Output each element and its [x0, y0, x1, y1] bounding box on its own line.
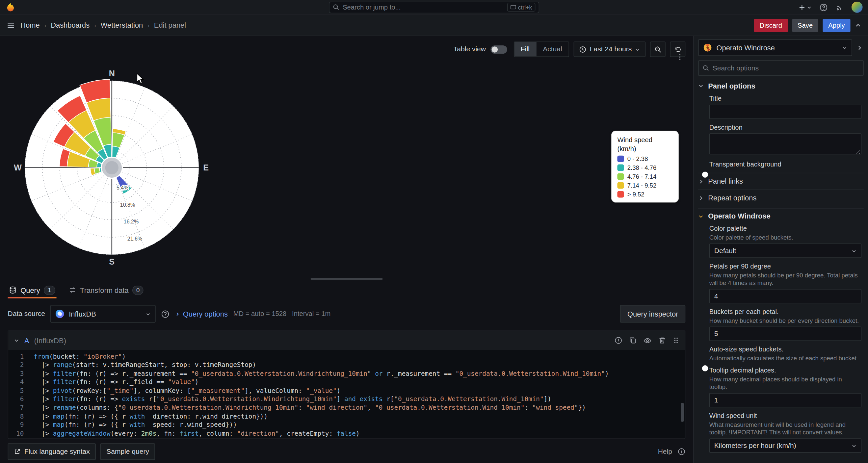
legend-label: 0 - 2.38: [627, 156, 648, 162]
line-number: 5: [8, 387, 34, 395]
flux-syntax-button[interactable]: Flux language syntax: [8, 443, 96, 460]
line-number: 10: [8, 429, 34, 438]
help-link[interactable]: Help: [658, 448, 672, 456]
edit-actions: Discard Save Apply: [754, 19, 861, 32]
legend-entry: > 9.52: [617, 191, 673, 197]
panel-options-pane: Operato Windrose Panel: [693, 36, 868, 463]
chevron-up-icon[interactable]: [855, 22, 861, 28]
drag-handle-icon[interactable]: [673, 337, 679, 344]
transform-count-badge: 0: [132, 285, 144, 295]
legend-label: > 9.52: [627, 191, 645, 197]
line-number: 9: [8, 421, 34, 429]
global-search[interactable]: ctrl+k: [329, 1, 539, 13]
breadcrumb-dashboard-name[interactable]: Wetterstation: [101, 21, 143, 29]
panel-title-input[interactable]: [709, 105, 862, 119]
collapse-pane-chevron-icon[interactable]: [856, 43, 864, 52]
new-menu-button[interactable]: [798, 4, 811, 11]
table-view-toggle[interactable]: [490, 45, 506, 53]
chevron-right-icon: [698, 195, 704, 201]
panel-description-textarea[interactable]: [709, 133, 862, 154]
code-scrollbar[interactable]: [681, 403, 684, 422]
external-link-icon: [14, 448, 21, 455]
petals-desc: How many petals should be per 90 degree.…: [709, 271, 862, 287]
visualization-picker[interactable]: Operato Windrose: [698, 39, 852, 56]
legend-label: 4.76 - 7.14: [627, 173, 656, 180]
user-avatar[interactable]: [851, 2, 863, 13]
color-palette-select[interactable]: Default: [709, 244, 862, 258]
tooltip-decimals-input[interactable]: [709, 393, 862, 407]
code-line[interactable]: 1from(bucket: "ioBroker"): [8, 352, 685, 361]
panel-toolbar: Table view Fill Actual Last 24 hours: [454, 41, 685, 57]
query-options-toggle[interactable]: Query options: [175, 310, 228, 318]
apply-button[interactable]: Apply: [823, 19, 850, 32]
section-operato-windrose[interactable]: Operato Windrose: [698, 208, 864, 223]
sample-query-button[interactable]: Sample query: [100, 443, 155, 460]
query-interval: Interval = 1m: [292, 310, 331, 318]
query-footer: Flux language syntax Sample query Help: [8, 443, 686, 463]
breadcrumb-dashboards[interactable]: Dashboards: [51, 21, 90, 29]
influxdb-logo: [56, 309, 64, 318]
buckets-input[interactable]: [709, 327, 862, 341]
petals-label: Petals per 90 degree: [709, 262, 862, 270]
hamburger-menu-icon[interactable]: [7, 21, 15, 29]
section-repeat-options[interactable]: Repeat options: [698, 189, 864, 206]
actual-option[interactable]: Actual: [536, 42, 569, 57]
duplicate-query-icon[interactable]: [629, 337, 637, 344]
transform-icon: [68, 286, 76, 294]
datasource-row: Data source InfluxDB: [8, 305, 686, 323]
tab-transform-data[interactable]: Transform data 0: [67, 282, 145, 298]
legend-swatch: [617, 156, 624, 162]
code-line[interactable]: 3 |> filter(fn: (r) => r._measurement ==…: [8, 370, 685, 378]
line-number: 8: [8, 412, 34, 421]
code-line[interactable]: 9 |> map(fn: (r) => ({ r with speed: r.w…: [8, 421, 685, 429]
color-palette-label: Color palette: [709, 225, 862, 233]
workspace: Table view Fill Actual Last 24 hours: [0, 36, 868, 463]
flux-code-editor[interactable]: 1from(bucket: "ioBroker")2 |> range(star…: [8, 350, 685, 438]
query-options-meta: MD = auto = 1528: [234, 310, 287, 318]
news-rss-icon[interactable]: [835, 3, 844, 11]
chevron-down-icon[interactable]: [14, 338, 20, 343]
help-icon[interactable]: [819, 3, 828, 11]
grafana-logo[interactable]: [6, 2, 16, 12]
code-line[interactable]: 7 |> rename(columns: {"0_userdata.0.Wett…: [8, 404, 685, 412]
search-input[interactable]: [343, 3, 504, 11]
chevron-down-icon: [851, 443, 857, 448]
chevron-down-icon: [842, 45, 847, 50]
fill-option[interactable]: Fill: [514, 42, 536, 57]
windrose-ring-label: 16.2%: [124, 219, 138, 224]
petals-input[interactable]: [709, 289, 862, 303]
query-warning-icon[interactable]: [615, 337, 622, 344]
code-line[interactable]: 2 |> range(start: v.timeRangeStart, stop…: [8, 361, 685, 370]
code-line[interactable]: 5 |> pivot(rowKey:["_time"], columnKey: …: [8, 387, 685, 395]
compass-label: E: [203, 163, 209, 172]
code-line[interactable]: 4 |> filter(fn: (r) => r._field == "valu…: [8, 378, 685, 387]
code-line[interactable]: 6 |> filter(fn: (r) => exists r["0_userd…: [8, 395, 685, 404]
info-circle-icon[interactable]: [678, 448, 686, 456]
query-inspector-button[interactable]: Query inspector: [620, 305, 685, 323]
panel-menu-kebab-icon[interactable]: [676, 54, 683, 60]
section-panel-links[interactable]: Panel links: [698, 173, 864, 189]
datasource-picker[interactable]: InfluxDB: [51, 305, 156, 323]
query-ref-id[interactable]: A: [24, 336, 29, 344]
save-button[interactable]: Save: [792, 19, 818, 32]
time-range-picker[interactable]: Last 24 hours: [574, 41, 646, 57]
options-search[interactable]: [698, 60, 864, 76]
database-icon: [9, 286, 17, 294]
hide-query-eye-icon[interactable]: [643, 336, 651, 344]
wind-unit-select[interactable]: Kilometers per hour (km/h): [709, 438, 862, 453]
delete-query-trash-icon[interactable]: [658, 337, 666, 344]
tab-query[interactable]: Query 1: [8, 282, 56, 298]
transparent-bg-label: Transparent background: [709, 161, 862, 168]
color-palette-desc: Color palette of speed buckets.: [709, 234, 862, 242]
code-line[interactable]: 10 |> aggregateWindow(every: 2m0s, fn: f…: [8, 429, 685, 438]
zoom-out-button[interactable]: [650, 41, 665, 57]
datasource-help-icon[interactable]: [161, 310, 169, 318]
breadcrumb-home[interactable]: Home: [21, 21, 39, 29]
section-panel-options[interactable]: Panel options: [698, 78, 864, 93]
query-editor-card: A (InfluxDB): [8, 330, 686, 439]
code-line[interactable]: 8 |> map(fn: (r) => ({ r with direction:…: [8, 412, 685, 421]
line-number: 1: [8, 352, 34, 361]
discard-button[interactable]: Discard: [754, 19, 788, 32]
options-search-input[interactable]: [713, 64, 860, 72]
compass-label: N: [109, 69, 115, 78]
